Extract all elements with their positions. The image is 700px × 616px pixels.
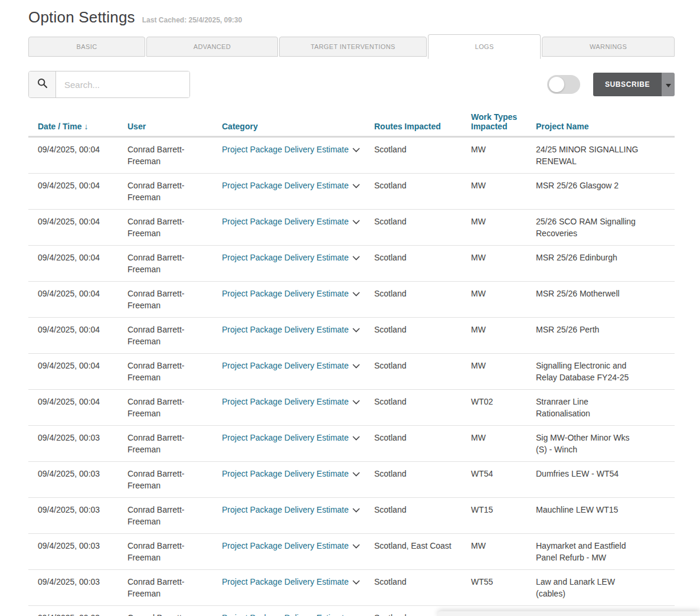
cell-user: Conrad Barrett-Freeman (127, 390, 222, 426)
col-header-routes-impacted-label: Routes Impacted (374, 122, 441, 131)
chevron-down-icon (352, 181, 360, 190)
logs-table: Date / Time↓ User Category Routes Impact… (28, 109, 675, 616)
col-header-routes-impacted[interactable]: Routes Impacted (374, 109, 471, 137)
cell-project-name: Signalling Electronic and Relay Database… (536, 354, 675, 390)
cell-date-time: 09/4/2025, 00:04 (28, 282, 127, 318)
chevron-down-icon (352, 613, 360, 616)
cell-project-name: Law and Lanark LEW (cables) (536, 570, 675, 606)
category-expand-link[interactable]: Project Package Delivery Estimate (222, 613, 360, 616)
cell-date-time: 09/4/2025, 00:04 (28, 210, 127, 246)
cell-project-name: 25/26 SCO RAM Signalling Recoveries (536, 210, 675, 246)
cell-category: Project Package Delivery Estimate (222, 137, 374, 174)
col-header-user[interactable]: User (127, 109, 222, 137)
cell-routes-impacted: Scotland (374, 354, 471, 390)
tab-target-interventions-label: TARGET INTERVENTIONS (310, 43, 395, 50)
cell-work-types-impacted: MW (471, 318, 536, 354)
cell-category: Project Package Delivery Estimate (222, 246, 374, 282)
category-expand-link[interactable]: Project Package Delivery Estimate (222, 361, 360, 370)
tab-logs[interactable]: LOGS (428, 34, 541, 59)
subscribe-split-button: SUBSCRIBE (593, 73, 675, 96)
cell-user: Conrad Barrett-Freeman (127, 282, 222, 318)
cell-routes-impacted: Scotland (374, 282, 471, 318)
category-label: Project Package Delivery Estimate (222, 253, 349, 262)
cell-user: Conrad Barrett-Freeman (127, 534, 222, 570)
cell-category: Project Package Delivery Estimate (222, 606, 374, 616)
table-row: 09/4/2025, 00:04 Conrad Barrett-Freeman … (28, 390, 675, 426)
cell-category: Project Package Delivery Estimate (222, 498, 374, 534)
cell-user: Conrad Barrett-Freeman (127, 246, 222, 282)
category-label: Project Package Delivery Estimate (222, 505, 349, 514)
category-label: Project Package Delivery Estimate (222, 361, 349, 370)
cell-category: Project Package Delivery Estimate (222, 390, 374, 426)
bottom-sheet-edge (437, 611, 700, 616)
cell-category: Project Package Delivery Estimate (222, 462, 374, 498)
category-expand-link[interactable]: Project Package Delivery Estimate (222, 217, 360, 226)
table-row: 09/4/2025, 00:04 Conrad Barrett-Freeman … (28, 174, 675, 210)
cell-work-types-impacted: MW (471, 174, 536, 210)
category-label: Project Package Delivery Estimate (222, 469, 349, 478)
cell-routes-impacted: Scotland (374, 318, 471, 354)
col-header-date-time[interactable]: Date / Time↓ (28, 109, 127, 137)
chevron-down-icon (352, 253, 360, 262)
category-label: Project Package Delivery Estimate (222, 397, 349, 406)
cell-date-time: 09/4/2025, 00:03 (28, 462, 127, 498)
category-expand-link[interactable]: Project Package Delivery Estimate (222, 325, 360, 334)
cell-routes-impacted: Scotland (374, 210, 471, 246)
search-icon-box[interactable] (29, 71, 56, 97)
category-expand-link[interactable]: Project Package Delivery Estimate (222, 289, 360, 298)
cell-routes-impacted: Scotland (374, 246, 471, 282)
tab-basic[interactable]: BASIC (28, 37, 145, 57)
tab-logs-label: LOGS (475, 43, 494, 50)
table-row: 09/4/2025, 00:04 Conrad Barrett-Freeman … (28, 246, 675, 282)
category-expand-link[interactable]: Project Package Delivery Estimate (222, 577, 360, 586)
col-header-project-name[interactable]: Project Name (536, 109, 675, 137)
table-row: 09/4/2025, 00:03 Conrad Barrett-Freeman … (28, 462, 675, 498)
cell-project-name: MSR 25/26 Perth (536, 318, 675, 354)
category-expand-link[interactable]: Project Package Delivery Estimate (222, 505, 360, 514)
col-header-project-name-label: Project Name (536, 122, 588, 131)
category-expand-link[interactable]: Project Package Delivery Estimate (222, 433, 360, 442)
table-row: 09/4/2025, 00:03 Conrad Barrett-Freeman … (28, 498, 675, 534)
table-row: 09/4/2025, 00:04 Conrad Barrett-Freeman … (28, 137, 675, 174)
col-header-category[interactable]: Category (222, 109, 374, 137)
cell-routes-impacted: Scotland (374, 570, 471, 606)
tab-target-interventions[interactable]: TARGET INTERVENTIONS (279, 37, 427, 57)
category-expand-link[interactable]: Project Package Delivery Estimate (222, 181, 360, 190)
table-row: 09/4/2025, 00:03 Conrad Barrett-Freeman … (28, 426, 675, 462)
cell-category: Project Package Delivery Estimate (222, 354, 374, 390)
cell-routes-impacted: Scotland, East Coast (374, 534, 471, 570)
subscribe-toggle[interactable] (547, 75, 580, 94)
cell-date-time: 09/4/2025, 00:04 (28, 137, 127, 174)
log-table-body: 09/4/2025, 00:04 Conrad Barrett-Freeman … (28, 137, 675, 616)
category-expand-link[interactable]: Project Package Delivery Estimate (222, 253, 360, 262)
tab-bar: BASIC ADVANCED TARGET INTERVENTIONS LOGS… (28, 34, 675, 59)
tab-advanced[interactable]: ADVANCED (146, 37, 278, 57)
sort-desc-arrow-icon: ↓ (84, 122, 88, 131)
subscribe-button[interactable]: SUBSCRIBE (593, 73, 662, 96)
tab-basic-label: BASIC (77, 43, 97, 50)
category-expand-link[interactable]: Project Package Delivery Estimate (222, 145, 360, 154)
cell-routes-impacted: Scotland (374, 174, 471, 210)
cell-category: Project Package Delivery Estimate (222, 426, 374, 462)
tab-warnings[interactable]: WARNINGS (542, 37, 675, 57)
cell-category: Project Package Delivery Estimate (222, 318, 374, 354)
subscribe-options-button[interactable] (662, 73, 675, 96)
category-expand-link[interactable]: Project Package Delivery Estimate (222, 397, 360, 406)
cell-work-types-impacted: MW (471, 246, 536, 282)
category-expand-link[interactable]: Project Package Delivery Estimate (222, 541, 360, 550)
category-label: Project Package Delivery Estimate (222, 181, 349, 190)
cell-date-time: 09/4/2025, 00:03 (28, 606, 127, 616)
chevron-down-icon (352, 541, 360, 550)
search-input[interactable] (56, 71, 190, 97)
col-header-work-types-impacted[interactable]: Work Types Impacted (471, 109, 536, 137)
category-label: Project Package Delivery Estimate (222, 289, 349, 298)
chevron-down-icon (352, 505, 360, 514)
chevron-down-icon (352, 433, 360, 442)
cell-user: Conrad Barrett-Freeman (127, 462, 222, 498)
cell-user: Conrad Barrett-Freeman (127, 210, 222, 246)
cell-user: Conrad Barrett-Freeman (127, 137, 222, 174)
chevron-down-icon (352, 325, 360, 334)
cell-date-time: 09/4/2025, 00:03 (28, 534, 127, 570)
cell-category: Project Package Delivery Estimate (222, 174, 374, 210)
category-expand-link[interactable]: Project Package Delivery Estimate (222, 469, 360, 478)
